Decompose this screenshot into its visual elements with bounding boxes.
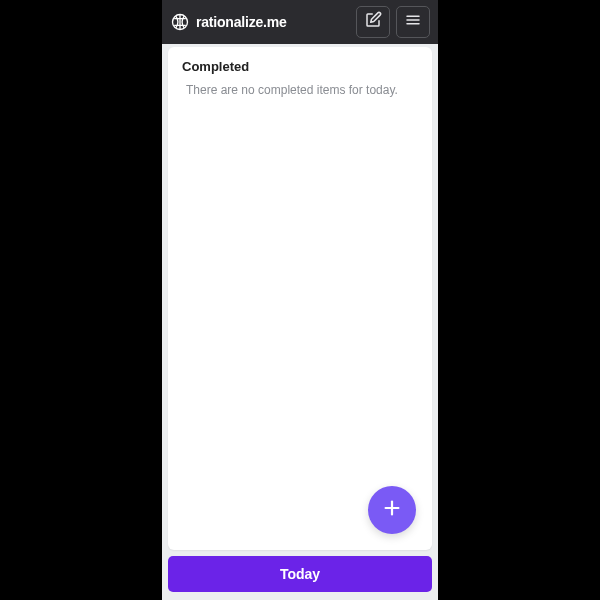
- header: rationalize.me: [162, 0, 438, 44]
- hamburger-icon: [404, 11, 422, 33]
- content-area: Completed There are no completed items f…: [162, 44, 438, 600]
- menu-button[interactable]: [396, 6, 430, 38]
- section-title: Completed: [182, 59, 418, 74]
- compose-button[interactable]: [356, 6, 390, 38]
- brain-icon: [170, 12, 190, 32]
- empty-state-text: There are no completed items for today.: [182, 82, 418, 99]
- completed-card: Completed There are no completed items f…: [168, 47, 432, 550]
- add-button[interactable]: [368, 486, 416, 534]
- brand-name: rationalize.me: [196, 14, 287, 30]
- app-frame: rationalize.me Completed There a: [162, 0, 438, 600]
- plus-icon: [381, 497, 403, 523]
- today-label: Today: [280, 566, 320, 582]
- brand: rationalize.me: [170, 12, 350, 32]
- edit-icon: [364, 11, 382, 33]
- today-button[interactable]: Today: [168, 556, 432, 592]
